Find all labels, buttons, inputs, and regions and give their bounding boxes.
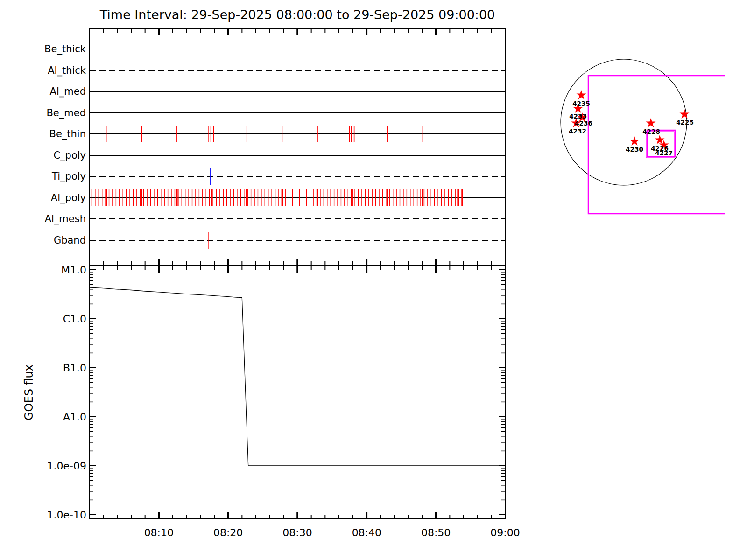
active-region-label-4230: 4230 xyxy=(626,146,643,153)
goes-xtick-label: 08:40 xyxy=(352,527,381,539)
goes-xtick-label: 08:50 xyxy=(421,527,451,539)
timeline-panel-border xyxy=(90,29,505,265)
active-region-star-4228 xyxy=(646,118,656,127)
active-region-label-4232: 4232 xyxy=(569,127,586,135)
goes-panel-border xyxy=(90,266,505,518)
filter-label-Ti_poly: Ti_poly xyxy=(51,171,86,182)
filter-label-Be_med: Be_med xyxy=(46,107,86,119)
goes-ytick-label: 1.0e-09 xyxy=(47,460,86,472)
goes-flux-curve xyxy=(90,287,505,466)
filter-label-Al_thick: Al_thick xyxy=(48,65,86,77)
filter-label-Al_poly: Al_poly xyxy=(51,192,86,204)
goes-xtick-label: 08:10 xyxy=(144,527,174,539)
filter-label-Be_thick: Be_thick xyxy=(44,43,86,55)
active-region-label-4228: 4228 xyxy=(642,128,660,135)
goes-xtick-label: 08:30 xyxy=(282,527,312,539)
plots-canvas: Be_thickAl_thickAl_medBe_medBe_thinC_pol… xyxy=(0,0,747,560)
filter-label-Gband: Gband xyxy=(54,235,86,246)
filter-label-C_poly: C_poly xyxy=(53,150,86,161)
goes-ytick-label: M1.0 xyxy=(61,264,86,276)
goes-flux-axis-label: GOES flux xyxy=(22,364,35,420)
goes-xtick-label: 08:20 xyxy=(213,527,243,539)
active-region-star-4230 xyxy=(630,136,640,146)
observation-planner-screenshot: Time Interval: 29-Sep-2025 08:00:00 to 2… xyxy=(0,0,747,560)
active-region-label-4225: 4225 xyxy=(676,119,694,126)
active-region-star-4225 xyxy=(680,109,690,119)
active-region-label-4227: 4227 xyxy=(655,149,673,157)
goes-ytick-label: 1.0e-10 xyxy=(47,509,86,521)
page-title: Time Interval: 29-Sep-2025 08:00:00 to 2… xyxy=(90,7,505,22)
goes-ytick-label: B1.0 xyxy=(63,362,86,374)
filter-label-Be_thin: Be_thin xyxy=(49,128,86,140)
filter-label-Al_mesh: Al_mesh xyxy=(45,213,86,225)
active-region-label-4233: 4233 xyxy=(569,112,587,120)
goes-ytick-label: C1.0 xyxy=(63,313,86,325)
goes-xtick-label: 09:00 xyxy=(490,527,520,539)
active-region-star-4235 xyxy=(577,90,586,99)
goes-ytick-label: A1.0 xyxy=(63,411,86,423)
active-region-label-4236: 4236 xyxy=(575,119,592,127)
active-region-label-4235: 4235 xyxy=(572,100,590,107)
filter-label-Al_med: Al_med xyxy=(50,86,86,98)
